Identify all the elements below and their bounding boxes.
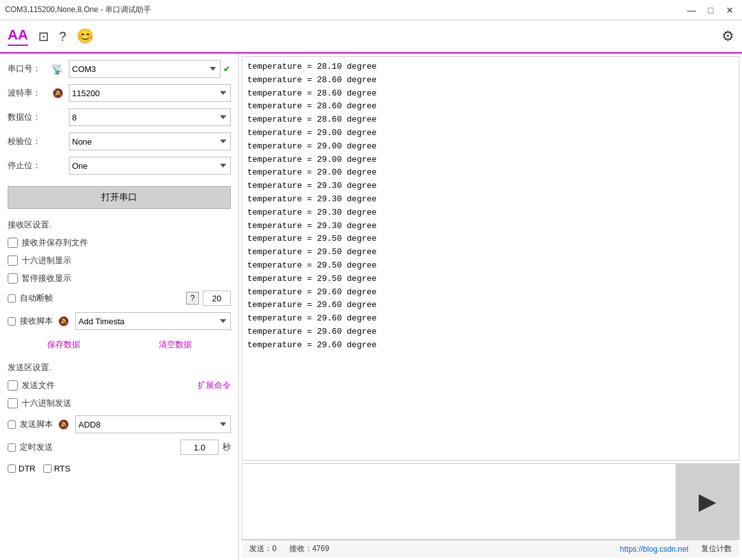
dtr-label: DTR [18,464,36,473]
dtr-checkbox[interactable] [8,464,16,473]
baudrate-label: 波特率： [8,87,46,99]
save-file-checkbox[interactable] [8,238,18,248]
stopbits-label: 停止位： [8,160,46,171]
clear-data-button[interactable]: 清空数据 [159,339,192,350]
send-script-label: 发送脚本 [20,419,53,430]
autoframe-checkbox[interactable] [8,294,16,303]
autoframe-help-button[interactable]: ? [186,292,199,305]
autoframe-input[interactable] [203,291,231,306]
receive-script-checkbox[interactable] [8,317,16,326]
hex-send-checkbox[interactable] [8,398,18,408]
timed-send-row: 定时发送 秒 [8,440,231,455]
hex-display-checkbox[interactable] [8,255,18,266]
hex-display-label: 十六进制显示 [22,255,71,266]
receive-script-icon: 🔕 [58,316,69,326]
open-port-button[interactable]: 打开串口 [8,186,231,209]
autoframe-row: 自动断帧 ? [8,291,231,306]
send-script-checkbox[interactable] [8,420,16,429]
baudrate-icon: 🔕 [50,85,65,101]
databits-select[interactable]: 8 7 6 5 [69,108,231,126]
send-script-row: 发送脚本 🔕 ADD8 None [8,415,231,433]
pause-display-checkbox[interactable] [8,273,18,284]
receive-settings-title: 接收区设置. [8,219,231,231]
pause-display-label: 暂停接收显示 [22,273,71,284]
receive-area[interactable]: temperature = 28.10 degreetemperature = … [242,56,739,461]
minimize-button[interactable]: — [685,3,699,17]
send-file-checkbox[interactable] [8,380,18,391]
parity-spacer [50,134,65,149]
receive-count: 4769 [312,544,330,553]
rts-checkbox[interactable] [43,464,52,473]
reset-count-button[interactable]: 复位计数 [701,543,732,554]
send-area-container: ▶ [242,463,739,540]
close-button[interactable]: ✕ [723,3,737,17]
autoframe-label: 自动断帧 [20,292,53,304]
port-select-wrapper: COM3 COM1 COM2 COM4 ✔ [69,60,231,78]
send-button[interactable]: ▶ [676,463,739,540]
dtr-item: DTR [8,464,36,473]
main-container: 串口号： 📡 COM3 COM1 COM2 COM4 ✔ 波特率： 🔕 1152… [0,54,742,560]
dtr-rts-row: DTR RTS [8,464,231,473]
port-connected-icon: ✔ [223,64,231,74]
port-icon: 📡 [50,61,65,76]
parity-row: 校验位： None Even Odd Mark Space [8,133,231,150]
save-data-button[interactable]: 保存数据 [47,339,80,350]
stopbits-spacer [50,158,65,173]
left-panel: 串口号： 📡 COM3 COM1 COM2 COM4 ✔ 波特率： 🔕 1152… [0,54,239,560]
databits-label: 数据位： [8,111,46,123]
hex-send-row: 十六进制发送 [8,398,231,409]
rts-item: RTS [43,464,71,473]
hex-send-label: 十六进制发送 [22,398,71,409]
font-icon[interactable]: AA [8,27,28,46]
save-file-row: 接收并保存到文件 [8,237,231,248]
timed-send-unit: 秒 [222,442,231,453]
data-actions: 保存数据 清空数据 [8,339,231,350]
save-file-label: 接收并保存到文件 [22,237,88,248]
receive-script-select[interactable]: Add Timesta None [75,312,231,330]
website-link[interactable]: https://blog.csdn.net [620,545,688,554]
send-file-row: 发送文件 扩展命令 [8,380,231,391]
right-panel: temperature = 28.10 degreetemperature = … [239,54,742,560]
databits-spacer [50,110,65,125]
expand-cmd-button[interactable]: 扩展命令 [198,380,231,391]
stopbits-row: 停止位： One Two OnePointFive [8,157,231,175]
send-label: 发送：0 [249,543,277,554]
databits-row: 数据位： 8 7 6 5 [8,108,231,126]
send-count: 0 [272,544,277,553]
window-title: COM3,115200,None,8,One - 串口调试助手 [5,4,151,15]
hex-display-row: 十六进制显示 [8,255,231,266]
port-select[interactable]: COM3 COM1 COM2 COM4 [69,60,221,78]
send-script-icon: 🔕 [58,419,69,429]
timed-send-checkbox[interactable] [8,443,16,452]
receive-script-row: 接收脚本 🔕 Add Timesta None [8,312,231,330]
stopbits-select[interactable]: One Two OnePointFive [69,157,231,175]
baudrate-row: 波特率： 🔕 115200 9600 19200 38400 57600 [8,84,231,102]
smiley-icon[interactable]: 😊 [76,28,94,45]
window-controls: — □ ✕ [685,3,737,17]
parity-select[interactable]: None Even Odd Mark Space [69,133,231,150]
send-textarea[interactable] [242,463,676,540]
maximize-button[interactable]: □ [704,3,718,17]
port-row: 串口号： 📡 COM3 COM1 COM2 COM4 ✔ [8,60,231,78]
send-file-label: 发送文件 [22,380,55,391]
title-bar: COM3,115200,None,8,One - 串口调试助手 — □ ✕ [0,0,742,20]
settings-icon[interactable]: ⚙ [722,28,734,44]
port-label: 串口号： [8,63,46,75]
toolbar: AA ⊡ ? 😊 ⚙ [0,20,742,54]
status-bar: 发送：0 接收：4769 https://blog.csdn.net 复位计数 [242,540,739,557]
crop-icon[interactable]: ⊡ [38,29,49,44]
help-icon[interactable]: ? [59,29,66,44]
send-script-select[interactable]: ADD8 None [75,415,231,433]
send-settings-title: 发送区设置. [8,362,231,373]
pause-display-row: 暂停接收显示 [8,273,231,284]
baudrate-select[interactable]: 115200 9600 19200 38400 57600 [69,84,231,102]
parity-label: 校验位： [8,136,46,147]
timed-send-input[interactable] [180,440,219,455]
rts-label: RTS [54,464,71,473]
timed-send-label: 定时发送 [20,442,53,453]
receive-script-label: 接收脚本 [20,315,53,327]
receive-label: 接收：4769 [289,543,330,554]
